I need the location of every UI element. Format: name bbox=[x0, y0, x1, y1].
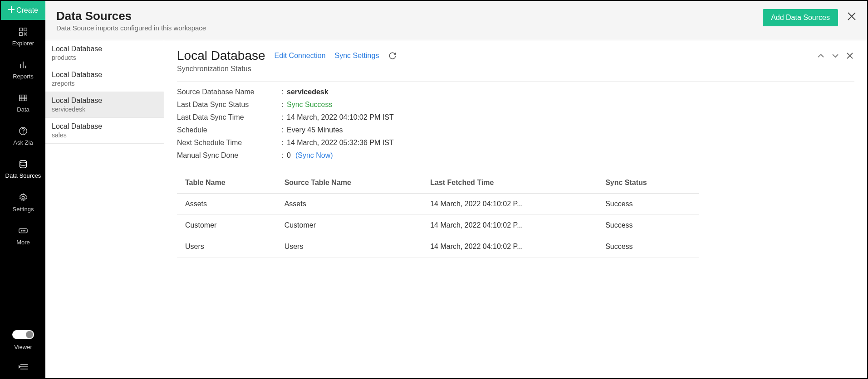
info-label: Manual Sync Done bbox=[177, 151, 281, 160]
reports-icon bbox=[18, 59, 29, 70]
nav-item-viewer[interactable]: Viewer bbox=[1, 324, 45, 357]
nav-item-reports[interactable]: Reports bbox=[1, 53, 45, 86]
table-row[interactable]: Users Users 14 March, 2022 04:10:02 P...… bbox=[177, 236, 699, 258]
refresh-icon[interactable] bbox=[388, 51, 397, 60]
cell-name: Assets bbox=[177, 194, 276, 215]
list-item-sub: sales bbox=[52, 131, 157, 139]
collapse-icon bbox=[19, 363, 28, 372]
cell-name: Users bbox=[177, 236, 276, 258]
viewer-toggle-icon[interactable] bbox=[12, 330, 34, 339]
explorer-icon bbox=[18, 26, 29, 37]
close-detail-icon[interactable] bbox=[845, 51, 854, 60]
info-value-next-time: 14 March, 2022 05:32:36 PM IST bbox=[287, 139, 394, 147]
table-row[interactable]: Assets Assets 14 March, 2022 04:10:02 P.… bbox=[177, 194, 699, 215]
cell-time: 14 March, 2022 04:10:02 P... bbox=[422, 236, 597, 258]
list-item-sub: products bbox=[52, 54, 157, 61]
datasource-list-item[interactable]: Local Database zreports bbox=[45, 66, 164, 92]
info-label: Last Data Sync Time bbox=[177, 113, 281, 121]
cell-status: Success bbox=[597, 194, 699, 215]
list-item-title: Local Database bbox=[52, 97, 157, 105]
info-value-source-db: servicedesk bbox=[287, 88, 329, 96]
page-title: Data Sources bbox=[56, 9, 206, 23]
svg-point-18 bbox=[25, 230, 25, 231]
info-value-last-time: 14 March, 2022 04:10:02 PM IST bbox=[287, 113, 394, 121]
nav-label: More bbox=[16, 239, 30, 246]
askzia-icon bbox=[18, 126, 29, 136]
chevron-up-icon[interactable] bbox=[816, 51, 825, 60]
detail-title: Local Database bbox=[177, 49, 265, 63]
close-icon[interactable] bbox=[847, 12, 856, 24]
cell-source: Customer bbox=[276, 215, 422, 236]
gear-icon bbox=[18, 192, 29, 203]
nav-item-more[interactable]: More bbox=[1, 219, 45, 252]
nav-item-data[interactable]: Data bbox=[1, 86, 45, 119]
divider bbox=[177, 81, 854, 82]
sync-now-link[interactable]: (Sync Now) bbox=[295, 151, 333, 160]
cell-source: Assets bbox=[276, 194, 422, 215]
data-icon bbox=[18, 92, 29, 103]
datasource-list-item[interactable]: Local Database products bbox=[45, 40, 164, 66]
svg-rect-0 bbox=[20, 28, 22, 31]
more-icon bbox=[18, 225, 29, 236]
nav-label: Data Sources bbox=[5, 172, 41, 180]
plus-icon bbox=[8, 6, 15, 15]
cell-time: 14 March, 2022 04:10:02 P... bbox=[422, 215, 597, 236]
sidebar-nav: Create Explorer Reports Data Ask Zia Dat… bbox=[1, 1, 45, 378]
page-subtitle: Data Source imports configured in this w… bbox=[56, 24, 206, 32]
svg-point-12 bbox=[23, 133, 24, 133]
nav-label: Ask Zia bbox=[13, 139, 33, 146]
sync-settings-link[interactable]: Sync Settings bbox=[335, 52, 379, 60]
nav-label: Viewer bbox=[14, 344, 32, 350]
nav-label: Data bbox=[17, 106, 29, 113]
svg-point-14 bbox=[22, 196, 25, 199]
table-header: Last Fetched Time bbox=[422, 172, 597, 194]
nav-label: Reports bbox=[13, 73, 34, 80]
info-label: Last Data Sync Status bbox=[177, 101, 281, 109]
datasource-list: Local Database products Local Database z… bbox=[45, 40, 164, 378]
info-value-status: Sync Success bbox=[287, 101, 332, 109]
collapse-sidebar-button[interactable] bbox=[1, 357, 45, 378]
datasource-list-item[interactable]: Local Database sales bbox=[45, 118, 164, 144]
table-row[interactable]: Customer Customer 14 March, 2022 04:10:0… bbox=[177, 215, 699, 236]
create-label: Create bbox=[16, 6, 38, 15]
list-item-sub: servicedesk bbox=[52, 106, 157, 113]
table-header: Table Name bbox=[177, 172, 276, 194]
info-label: Next Schedule Time bbox=[177, 139, 281, 147]
svg-rect-1 bbox=[24, 28, 27, 31]
nav-item-settings[interactable]: Settings bbox=[1, 186, 45, 219]
detail-pane: Local Database Edit Connection Sync Sett… bbox=[164, 40, 867, 378]
list-item-title: Local Database bbox=[52, 71, 157, 79]
list-item-sub: zreports bbox=[52, 80, 157, 87]
info-value-manual: 0 bbox=[287, 151, 291, 160]
table-header: Sync Status bbox=[597, 172, 699, 194]
detail-subtitle: Synchronization Status bbox=[177, 65, 854, 73]
create-button[interactable]: Create bbox=[1, 1, 45, 20]
page-header: Data Sources Data Source imports configu… bbox=[45, 1, 867, 40]
svg-point-13 bbox=[20, 160, 27, 163]
info-label: Source Database Name bbox=[177, 88, 281, 96]
cell-name: Customer bbox=[177, 215, 276, 236]
info-value-schedule: Every 45 Minutes bbox=[287, 126, 343, 134]
datasources-icon bbox=[18, 159, 29, 170]
nav-item-datasources[interactable]: Data Sources bbox=[1, 152, 45, 186]
cell-status: Success bbox=[597, 215, 699, 236]
datasource-list-item[interactable]: Local Database servicedesk bbox=[45, 92, 164, 118]
list-item-title: Local Database bbox=[52, 122, 157, 131]
svg-rect-2 bbox=[20, 33, 22, 35]
svg-point-17 bbox=[23, 230, 24, 231]
nav-label: Settings bbox=[13, 206, 34, 213]
info-label: Schedule bbox=[177, 126, 281, 134]
nav-item-explorer[interactable]: Explorer bbox=[1, 20, 45, 53]
table-header: Source Table Name bbox=[276, 172, 422, 194]
nav-label: Explorer bbox=[12, 40, 34, 47]
tables-sync-table: Table Name Source Table Name Last Fetche… bbox=[177, 172, 699, 258]
edit-connection-link[interactable]: Edit Connection bbox=[275, 52, 326, 60]
add-data-sources-button[interactable]: Add Data Sources bbox=[763, 9, 838, 26]
cell-source: Users bbox=[276, 236, 422, 258]
cell-status: Success bbox=[597, 236, 699, 258]
chevron-down-icon[interactable] bbox=[831, 51, 840, 60]
cell-time: 14 March, 2022 04:10:02 P... bbox=[422, 194, 597, 215]
svg-point-16 bbox=[21, 230, 22, 231]
nav-item-askzia[interactable]: Ask Zia bbox=[1, 119, 45, 152]
list-item-title: Local Database bbox=[52, 45, 157, 53]
